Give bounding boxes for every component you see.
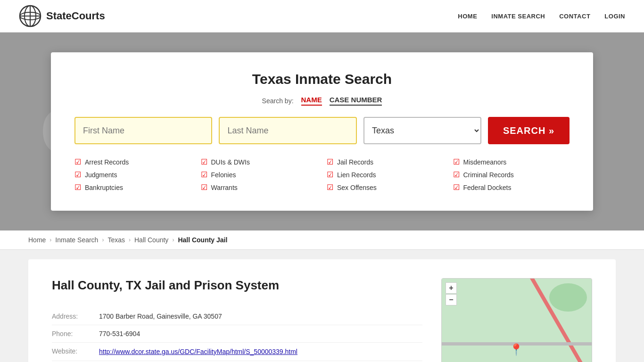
breadcrumb-item-home[interactable]: Home — [28, 236, 46, 244]
map-marker: 📍 — [509, 343, 519, 353]
search-card: Texas Inmate Search Search by: NAME CASE… — [51, 52, 593, 211]
breadcrumb-item-hall-county-jail: Hall County Jail — [178, 236, 227, 244]
tab-case-number[interactable]: CASE NUMBER — [330, 96, 382, 106]
check-label: Bankruptcies — [85, 184, 123, 191]
main-nav: HOME INMATE SEARCH CONTACT LOGIN — [458, 13, 625, 20]
checkbox-icon: ☑ — [327, 170, 333, 179]
hero-section: COURTHOUSE Texas Inmate Search Search by… — [0, 33, 644, 230]
map-zoom-in[interactable]: + — [446, 282, 457, 294]
checkbox-icon: ☑ — [201, 170, 207, 179]
website-row: Website: http://www.dcor.state.ga.us/GDC… — [52, 343, 422, 361]
header: StateCourts HOME INMATE SEARCH CONTACT L… — [0, 0, 644, 33]
check-item: ☑Misdemeanors — [453, 157, 570, 166]
checkbox-icon: ☑ — [327, 183, 333, 192]
phone-value: 770-531-6904 — [99, 325, 422, 343]
check-label: Sex Offenses — [337, 184, 377, 191]
breadcrumb-separator: › — [50, 237, 51, 243]
check-item: ☑Warrants — [201, 183, 318, 192]
content-card: Hall County, TX Jail and Prison System A… — [28, 259, 616, 362]
search-by-label: Search by: — [262, 97, 294, 105]
check-label: Misdemeanors — [463, 158, 507, 166]
check-item: ☑Judgments — [74, 170, 191, 179]
content-title: Hall County, TX Jail and Prison System — [52, 278, 422, 293]
check-item: ☑Lien Records — [327, 170, 444, 179]
map-controls: + − — [446, 282, 457, 305]
check-label: Arrest Records — [85, 158, 129, 166]
website-link[interactable]: http://www.dcor.state.ga.us/GDC/Facility… — [99, 348, 297, 355]
checkbox-icon: ☑ — [201, 183, 207, 192]
checkbox-icon: ☑ — [327, 157, 333, 166]
check-item: ☑Felonies — [201, 170, 318, 179]
breadcrumb-separator: › — [129, 237, 131, 243]
check-item: ☑Criminal Records — [453, 170, 570, 179]
website-label: Website: — [52, 343, 99, 361]
address-label: Address: — [52, 308, 99, 325]
checkbox-icon: ☑ — [453, 183, 460, 192]
first-name-input[interactable] — [74, 117, 212, 144]
address-row: Address: 1700 Barber Road, Gainesville, … — [52, 308, 422, 325]
check-item: ☑DUIs & DWIs — [201, 157, 318, 166]
main-content: Hall County, TX Jail and Prison System A… — [0, 250, 644, 362]
check-label: Lien Records — [337, 171, 376, 179]
checkbox-icon: ☑ — [453, 170, 460, 179]
nav-login[interactable]: LOGIN — [604, 13, 625, 20]
phone-label: Phone: — [52, 325, 99, 343]
nav-contact[interactable]: CONTACT — [559, 13, 590, 20]
checkboxes-grid: ☑Arrest Records☑DUIs & DWIs☑Jail Records… — [74, 157, 570, 192]
map-zoom-out[interactable]: − — [446, 294, 457, 305]
map-green-area — [549, 283, 587, 312]
check-label: Jail Records — [337, 158, 373, 166]
last-name-input[interactable] — [219, 117, 356, 144]
check-label: Federal Dockets — [463, 184, 512, 191]
search-button[interactable]: SEARCH » — [488, 117, 570, 144]
tab-name[interactable]: NAME — [301, 96, 322, 106]
state-select[interactable]: Texas Alabama Alaska California Florida … — [363, 117, 481, 144]
logo-text: StateCourts — [46, 10, 105, 22]
search-inputs-row: Texas Alabama Alaska California Florida … — [74, 117, 570, 144]
nav-home[interactable]: HOME — [458, 13, 477, 20]
breadcrumb-separator: › — [172, 237, 174, 243]
check-item: ☑Sex Offenses — [327, 183, 444, 192]
check-item: ☑Arrest Records — [74, 157, 191, 166]
info-table: Address: 1700 Barber Road, Gainesville, … — [52, 308, 422, 362]
check-item: ☑Federal Dockets — [453, 183, 570, 192]
checkbox-icon: ☑ — [201, 157, 207, 166]
address-value: 1700 Barber Road, Gainesville, GA 30507 — [99, 308, 422, 325]
checkbox-icon: ☑ — [453, 157, 460, 166]
breadcrumb-separator: › — [102, 237, 104, 243]
phone-row: Phone: 770-531-6904 — [52, 325, 422, 343]
map-container: 📍 + − — [441, 278, 592, 362]
check-item: ☑Bankruptcies — [74, 183, 191, 192]
search-card-title: Texas Inmate Search — [74, 71, 570, 87]
breadcrumb-item-inmate-search[interactable]: Inmate Search — [55, 236, 98, 244]
check-label: Felonies — [211, 171, 236, 179]
logo-icon — [19, 5, 41, 27]
check-label: Warrants — [211, 184, 238, 191]
checkbox-icon: ☑ — [74, 170, 81, 179]
breadcrumb: Home›Inmate Search›Texas›Hall County›Hal… — [0, 230, 644, 250]
map-inner: 📍 + − — [442, 279, 592, 362]
check-item: ☑Jail Records — [327, 157, 444, 166]
breadcrumb-item-hall-county[interactable]: Hall County — [134, 236, 168, 244]
breadcrumb-item-texas[interactable]: Texas — [107, 236, 125, 244]
check-label: DUIs & DWIs — [211, 158, 250, 166]
checkbox-icon: ☑ — [74, 157, 81, 166]
check-label: Judgments — [85, 171, 117, 179]
content-left: Hall County, TX Jail and Prison System A… — [52, 278, 422, 362]
checkbox-icon: ☑ — [74, 183, 81, 192]
nav-inmate-search[interactable]: INMATE SEARCH — [491, 13, 545, 20]
search-by-row: Search by: NAME CASE NUMBER — [74, 96, 570, 106]
logo-area: StateCourts — [19, 5, 105, 27]
check-label: Criminal Records — [463, 171, 514, 179]
